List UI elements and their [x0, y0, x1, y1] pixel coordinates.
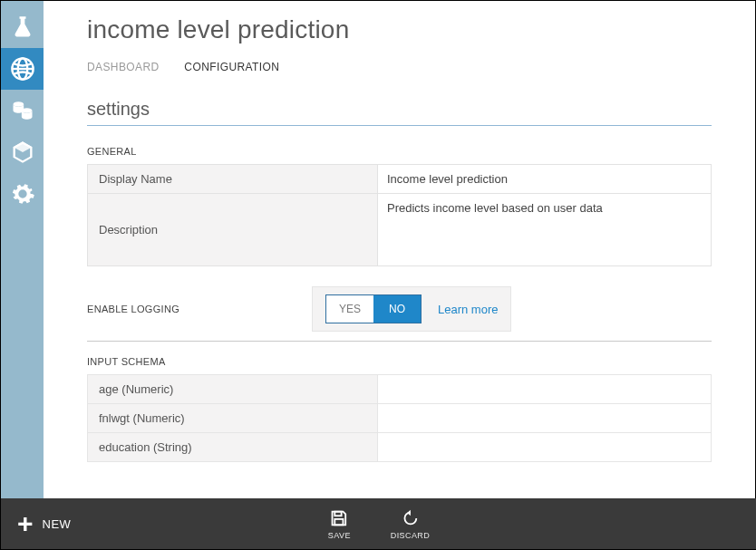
main: income level prediction DASHBOARD CONFIG… [44, 1, 755, 549]
sidebar-item-models[interactable] [1, 131, 44, 173]
learn-more-link[interactable]: Learn more [438, 303, 498, 316]
divider [87, 341, 712, 342]
svg-point-4 [21, 108, 32, 113]
schema-row-label: fnlwgt (Numeric) [88, 404, 378, 433]
schema-row-value[interactable] [378, 404, 712, 433]
schema-row-value[interactable] [378, 375, 712, 404]
schema-row-label: age (Numeric) [88, 375, 378, 404]
bottom-bar: + NEW SAVE DISCARD [1, 498, 756, 549]
svg-rect-6 [335, 518, 344, 524]
display-name-input[interactable] [378, 165, 711, 193]
sidebar-item-webservices[interactable] [1, 48, 44, 90]
gear-icon [10, 181, 35, 207]
cube-icon [10, 140, 35, 165]
group-label-input-schema: INPUT SCHEMA [87, 356, 712, 367]
save-label: SAVE [328, 531, 351, 540]
discard-button[interactable]: DISCARD [391, 508, 430, 540]
flask-icon [10, 14, 35, 40]
save-button[interactable]: SAVE [328, 508, 351, 540]
schema-row-label: education (String) [88, 433, 378, 462]
schema-row-value[interactable] [378, 433, 712, 462]
logging-toggle: YES NO [325, 294, 422, 323]
sidebar-item-experiments[interactable] [1, 6, 44, 48]
svg-rect-5 [335, 511, 342, 516]
discard-icon [400, 508, 420, 528]
description-input[interactable] [378, 194, 711, 263]
section-heading-settings: settings [87, 99, 712, 120]
logging-no-button[interactable]: NO [373, 295, 421, 323]
page-title: income level prediction [87, 15, 712, 44]
divider [87, 125, 712, 126]
enable-logging-label: ENABLE LOGGING [87, 304, 312, 314]
tab-configuration[interactable]: CONFIGURATION [184, 61, 279, 73]
tab-dashboard[interactable]: DASHBOARD [87, 61, 160, 73]
svg-point-3 [13, 101, 24, 107]
discard-label: DISCARD [391, 531, 430, 540]
group-label-general: GENERAL [87, 146, 712, 157]
display-name-label: Display Name [88, 165, 378, 194]
logging-yes-button[interactable]: YES [326, 295, 373, 323]
sidebar [1, 1, 44, 549]
description-label: Description [88, 194, 378, 266]
tabs: DASHBOARD CONFIGURATION [87, 61, 712, 73]
database-icon [10, 98, 35, 123]
plus-icon: + [17, 510, 34, 537]
logging-toggle-wrap: YES NO Learn more [312, 286, 511, 332]
save-icon [329, 508, 349, 528]
input-schema-table: age (Numeric) fnlwgt (Numeric) education… [87, 374, 712, 462]
general-table: Display Name Description [87, 164, 712, 266]
sidebar-item-settings[interactable] [1, 173, 44, 215]
new-button[interactable]: + NEW [1, 510, 71, 537]
new-label: NEW [43, 517, 72, 531]
sidebar-item-datasets[interactable] [1, 90, 44, 131]
globe-icon [10, 56, 35, 82]
